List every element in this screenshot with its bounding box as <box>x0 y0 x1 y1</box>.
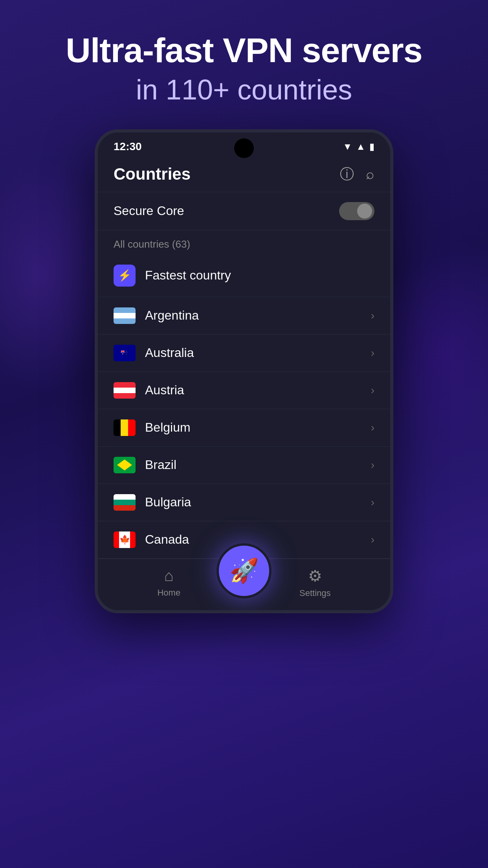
flag-australia: 🇦🇺 <box>114 345 136 361</box>
country-name: Bulgaria <box>145 495 361 509</box>
country-list: ⚡ Fastest country Argentina › 🇦🇺 Austral… <box>98 254 390 559</box>
country-name: Brazil <box>145 458 361 472</box>
page-title: Countries <box>114 165 191 184</box>
wifi-icon: ▼ <box>343 141 352 152</box>
status-bar: 12:30 ▼ ▲ ▮ <box>98 132 390 157</box>
flag-br-diamond <box>117 460 132 471</box>
fastest-label: Fastest country <box>145 268 231 283</box>
header-section: Ultra-fast VPN servers in 110+ countries <box>66 0 422 129</box>
chevron-down-icon: › <box>371 459 374 471</box>
status-time: 12:30 <box>114 140 142 153</box>
chevron-down-icon: › <box>371 309 374 322</box>
header-actions: ⓘ ⌕ <box>340 165 374 184</box>
flag-belgium <box>114 419 136 436</box>
country-name: Belgium <box>145 420 361 435</box>
flag-austria <box>114 382 136 399</box>
country-name: Argentina <box>145 308 361 323</box>
country-name: Austria <box>145 383 361 397</box>
flag-canada: 🍁 <box>114 531 136 548</box>
chevron-down-icon: › <box>371 496 374 509</box>
camera-notch <box>234 138 254 158</box>
settings-icon: ⚙ <box>308 567 322 585</box>
nav-home[interactable]: ⌂ Home <box>157 567 180 598</box>
list-item[interactable]: Austria › <box>98 372 390 409</box>
phone-mockup: 12:30 ▼ ▲ ▮ Countries ⓘ ⌕ Secure Core Al… <box>95 129 393 613</box>
chevron-down-icon: › <box>371 421 374 434</box>
signal-icon: ▲ <box>356 141 365 152</box>
status-icons: ▼ ▲ ▮ <box>343 141 374 152</box>
flag-au-inner: 🇦🇺 <box>114 345 136 361</box>
lightning-icon: ⚡ <box>118 269 132 282</box>
bottom-nav: ⌂ Home 🚀 ⚙ Settings <box>98 559 390 610</box>
connect-fab[interactable]: 🚀 <box>216 543 272 598</box>
home-label: Home <box>157 588 180 598</box>
flag-brazil <box>114 457 136 473</box>
secure-core-toggle[interactable] <box>339 202 374 220</box>
home-icon: ⌂ <box>164 567 174 585</box>
header-title-line1: Ultra-fast VPN servers <box>66 31 422 70</box>
secure-core-label: Secure Core <box>114 204 184 218</box>
header-title-line2: in 110+ countries <box>66 74 422 106</box>
nav-settings[interactable]: ⚙ Settings <box>299 567 331 598</box>
list-item[interactable]: Argentina › <box>98 297 390 335</box>
secure-core-row: Secure Core <box>98 192 390 230</box>
rocket-icon: 🚀 <box>229 557 259 585</box>
chevron-down-icon: › <box>371 347 374 359</box>
chevron-down-icon: › <box>371 384 374 397</box>
list-item[interactable]: Brazil › <box>98 447 390 484</box>
search-button[interactable]: ⌕ <box>366 166 374 182</box>
battery-icon: ▮ <box>369 141 374 152</box>
flag-bulgaria <box>114 494 136 511</box>
maple-leaf-icon: 🍁 <box>119 535 130 545</box>
fastest-country-row[interactable]: ⚡ Fastest country <box>98 254 390 297</box>
fastest-icon: ⚡ <box>114 265 136 287</box>
flag-argentina <box>114 307 136 324</box>
chevron-down-icon: › <box>371 533 374 546</box>
info-button[interactable]: ⓘ <box>340 165 354 184</box>
list-item[interactable]: Belgium › <box>98 409 390 447</box>
country-name: Australia <box>145 346 361 360</box>
section-header: All countries (63) <box>98 230 390 254</box>
list-item[interactable]: 🇦🇺 Australia › <box>98 335 390 372</box>
toggle-knob <box>357 204 372 219</box>
section-label: All countries (63) <box>114 238 190 250</box>
settings-label: Settings <box>299 588 331 598</box>
app-header: Countries ⓘ ⌕ <box>98 157 390 192</box>
list-item[interactable]: Bulgaria › <box>98 484 390 521</box>
